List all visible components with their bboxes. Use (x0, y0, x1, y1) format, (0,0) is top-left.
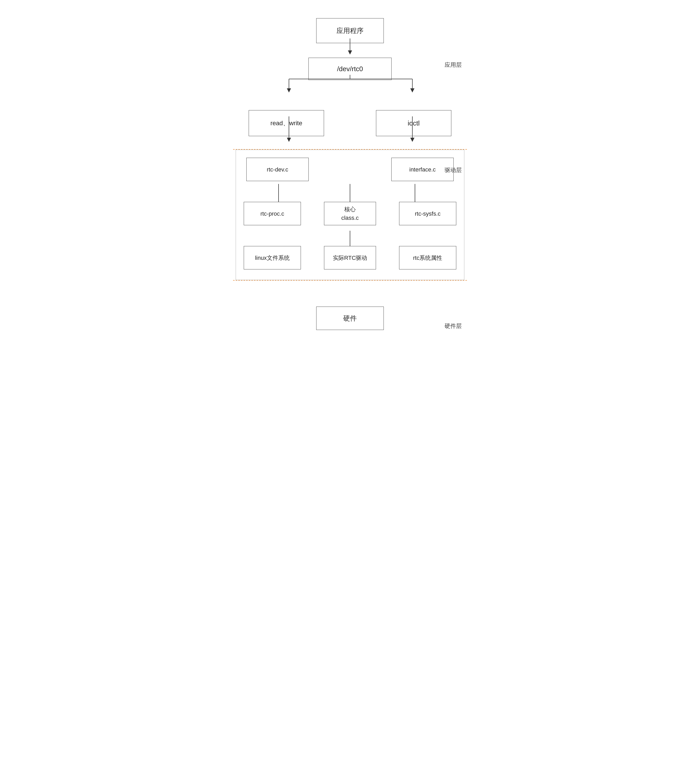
box-ioctl: ioctl (376, 110, 451, 136)
box-core-class-c: 核心 class.c (324, 202, 376, 225)
box-rtc-dev-c: rtc-dev.c (246, 158, 309, 181)
diagram-content: 应用程序 /dev/rtc0 应用层 read、write ioctl rtc-… (233, 10, 467, 346)
box-interface-c: interface.c (391, 158, 454, 181)
label-application-layer: 应用层 (445, 61, 462, 69)
box-rtc-sysfs-c: rtc-sysfs.c (399, 202, 456, 225)
dashed-line-2 (233, 280, 467, 281)
box-rtc-sys-attr: rtc系统属性 (399, 246, 456, 269)
label-hardware-layer: 硬件层 (445, 322, 462, 330)
box-dev-rtc0: /dev/rtc0 (308, 58, 392, 80)
box-rtc-proc-c: rtc-proc.c (244, 202, 301, 225)
box-actual-rtc: 实际RTC驱动 (324, 246, 376, 269)
label-driver-layer: 驱动层 (445, 166, 462, 174)
box-read-write: read、write (249, 110, 324, 136)
diagram-wrapper: 应用程序 /dev/rtc0 应用层 read、write ioctl rtc-… (233, 10, 467, 346)
box-app: 应用程序 (316, 18, 384, 43)
box-hardware: 硬件 (316, 307, 384, 330)
box-linux-fs: linux文件系统 (244, 246, 301, 269)
